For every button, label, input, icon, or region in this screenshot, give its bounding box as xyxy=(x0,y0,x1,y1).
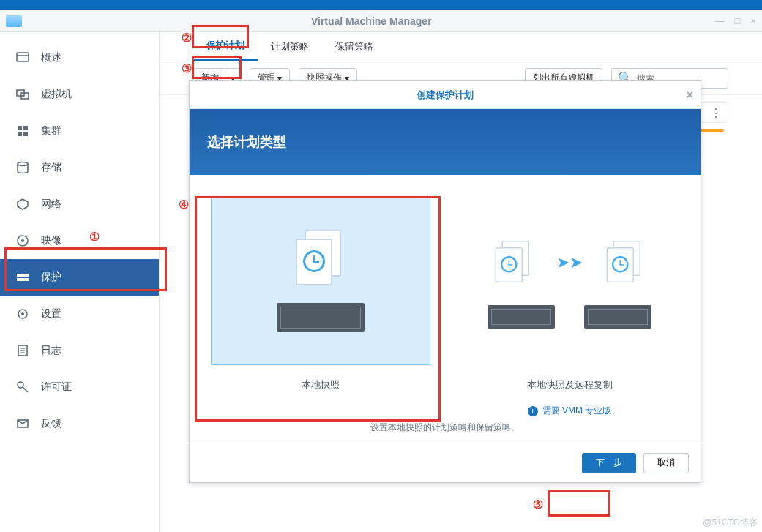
gear-icon xyxy=(15,306,31,322)
info-icon: i xyxy=(528,406,538,416)
sidebar-item-overview[interactable]: 概述 xyxy=(0,40,159,76)
close-button[interactable]: × xyxy=(750,15,756,26)
network-icon xyxy=(15,196,31,212)
arrow-right-icon: ➤➤ xyxy=(556,253,583,272)
option-remote-replication[interactable]: ➤➤ 本地快照及远程复制 i 需要 VMM 专业版 xyxy=(460,197,679,417)
create-plan-dialog: 创建保护计划 × 选择计划类型 本地快照 xyxy=(189,80,701,483)
sidebar-item-label: 日志 xyxy=(41,344,61,357)
log-icon xyxy=(15,342,31,359)
maximize-button[interactable]: □ xyxy=(735,15,741,26)
minimize-button[interactable]: — xyxy=(715,15,725,26)
option-local-snapshot[interactable]: 本地快照 xyxy=(211,197,430,417)
dialog-body: 本地快照 ➤➤ 本地快照及远程复制 i 需要 xyxy=(190,175,701,443)
dialog-hero-text: 选择计划类型 xyxy=(207,133,286,151)
sidebar-item-settings[interactable]: 设置 xyxy=(0,296,159,332)
sidebar-item-label: 许可证 xyxy=(41,381,72,394)
dialog-title: 创建保护计划 xyxy=(417,89,474,102)
window-controls: — □ × xyxy=(715,15,756,26)
svg-point-14 xyxy=(21,312,24,315)
top-accent-strip xyxy=(0,0,762,10)
envelope-icon xyxy=(15,416,31,432)
sidebar-item-cluster[interactable]: 集群 xyxy=(0,113,159,149)
vm-icon xyxy=(15,86,31,102)
svg-line-20 xyxy=(23,387,28,392)
next-button[interactable]: 下一步 xyxy=(582,453,636,473)
window-title: Virtual Machine Manager xyxy=(28,15,715,27)
sidebar-item-label: 存储 xyxy=(41,161,61,174)
svg-point-8 xyxy=(18,162,28,166)
sidebar-item-label: 映像 xyxy=(41,234,61,247)
close-icon[interactable]: × xyxy=(687,89,693,102)
watermark: @51CTO博客 xyxy=(703,517,758,529)
option-label: 本地快照及远程复制 xyxy=(527,378,613,391)
sidebar: 概述 虚拟机 集群 存储 网络 映像 保护 设置 xyxy=(0,32,160,532)
image-icon xyxy=(15,233,31,249)
dialog-description: 设置本地快照的计划策略和保留策略。 xyxy=(204,422,686,434)
sidebar-item-label: 保护 xyxy=(41,271,61,284)
sidebar-item-storage[interactable]: 存储 xyxy=(0,149,159,186)
cancel-button[interactable]: 取消 xyxy=(643,453,689,473)
overview-icon xyxy=(15,50,31,66)
sidebar-item-label: 反馈 xyxy=(41,417,61,430)
sidebar-item-label: 网络 xyxy=(41,198,61,211)
sidebar-item-license[interactable]: 许可证 xyxy=(0,369,159,405)
sidebar-item-protect[interactable]: 保护 xyxy=(0,259,159,296)
sidebar-item-feedback[interactable]: 反馈 xyxy=(0,405,159,442)
titlebar: Virtual Machine Manager — □ × xyxy=(0,10,762,32)
dialog-hero: 选择计划类型 xyxy=(190,109,701,175)
sidebar-item-log[interactable]: 日志 xyxy=(0,332,159,369)
svg-rect-7 xyxy=(23,132,28,136)
sidebar-item-label: 集群 xyxy=(41,124,61,138)
svg-point-19 xyxy=(18,382,23,388)
tab-schedule-policy[interactable]: 计划策略 xyxy=(258,32,322,61)
sidebar-item-network[interactable]: 网络 xyxy=(0,186,159,222)
svg-rect-5 xyxy=(23,126,28,130)
svg-rect-0 xyxy=(17,53,29,61)
option-label: 本地快照 xyxy=(302,378,340,391)
sidebar-item-label: 虚拟机 xyxy=(41,88,72,101)
dialog-header: 创建保护计划 × xyxy=(190,81,701,109)
svg-point-10 xyxy=(21,239,24,242)
sidebar-item-image[interactable]: 映像 xyxy=(0,222,159,259)
kebab-icon[interactable]: ⋮ xyxy=(710,106,722,120)
sidebar-item-label: 概述 xyxy=(41,51,61,64)
sidebar-item-vm[interactable]: 虚拟机 xyxy=(0,76,159,113)
storage-icon xyxy=(15,160,31,176)
remote-replication-art: ➤➤ xyxy=(460,197,679,365)
key-icon xyxy=(15,379,31,395)
svg-rect-6 xyxy=(18,132,22,136)
tab-protect-plan[interactable]: 保护计划 xyxy=(193,32,258,61)
cluster-icon xyxy=(15,123,31,139)
svg-rect-11 xyxy=(17,274,29,277)
tabs: 保护计划 计划策略 保留策略 xyxy=(160,32,762,61)
dialog-footer: 下一步 取消 xyxy=(190,443,701,482)
svg-rect-12 xyxy=(17,278,29,281)
local-snapshot-art xyxy=(211,197,430,365)
protect-icon xyxy=(15,269,31,285)
svg-rect-4 xyxy=(18,126,22,130)
app-icon xyxy=(6,15,22,27)
tab-retention-policy[interactable]: 保留策略 xyxy=(322,32,386,61)
pro-requirement-note: i 需要 VMM 专业版 xyxy=(528,405,612,417)
sidebar-item-label: 设置 xyxy=(41,307,61,321)
